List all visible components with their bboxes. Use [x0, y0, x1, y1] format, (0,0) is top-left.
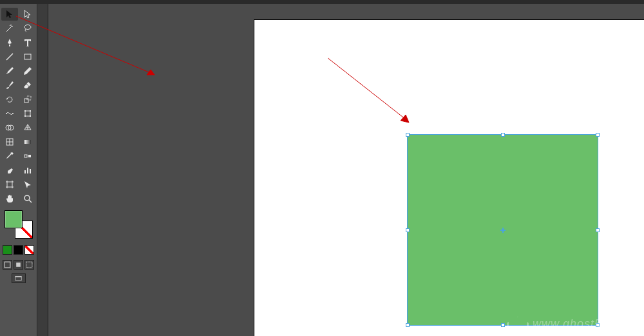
eyedropper-tool[interactable]: [1, 150, 18, 163]
pencil-tool[interactable]: [19, 64, 36, 77]
watermark-text: www.ghost580.net: [533, 317, 638, 331]
eraser-tool[interactable]: [19, 79, 36, 92]
workspace: [48, 4, 644, 336]
pen-tool[interactable]: [1, 36, 18, 49]
svg-rect-18: [7, 182, 12, 187]
svg-rect-7: [25, 111, 30, 116]
direct-selection-tool[interactable]: [19, 8, 36, 21]
selection-bounds: [407, 134, 598, 326]
screen-mode-button-row: [12, 273, 26, 283]
svg-rect-10: [24, 115, 26, 117]
handle-sw[interactable]: [406, 323, 410, 327]
center-mark: [501, 228, 505, 232]
svg-point-6: [12, 113, 14, 114]
svg-point-0: [24, 25, 31, 30]
svg-line-1: [6, 54, 13, 60]
blob-brush-tool[interactable]: [1, 79, 18, 92]
magic-wand-tool[interactable]: [1, 22, 18, 35]
fill-swatch[interactable]: [5, 210, 23, 228]
handle-e[interactable]: [596, 228, 600, 232]
selection-tool[interactable]: [1, 8, 18, 21]
svg-rect-11: [30, 115, 31, 117]
mesh-tool[interactable]: [1, 135, 18, 148]
scale-tool[interactable]: [19, 93, 36, 106]
watermark-logo-icon: [507, 315, 529, 332]
collapsed-panel-strip[interactable]: [37, 4, 48, 336]
handle-w[interactable]: [406, 228, 410, 232]
free-transform-tool[interactable]: [19, 107, 36, 120]
artboard[interactable]: [254, 20, 644, 336]
svg-rect-3: [24, 99, 28, 103]
svg-rect-17: [28, 155, 31, 157]
hand-tool[interactable]: [1, 192, 18, 205]
draw-inside[interactable]: [24, 260, 34, 270]
type-tool[interactable]: [19, 36, 36, 49]
draw-normal[interactable]: [3, 260, 12, 270]
zoom-tool[interactable]: [19, 192, 36, 205]
lasso-tool[interactable]: [19, 22, 36, 35]
svg-rect-16: [24, 155, 27, 157]
screen-mode-row: [3, 260, 34, 270]
rectangle-tool[interactable]: [19, 50, 36, 63]
watermark: www.ghost580.net: [507, 315, 638, 332]
svg-rect-8: [24, 110, 26, 112]
blend-tool[interactable]: [19, 150, 36, 163]
svg-rect-2: [24, 54, 31, 59]
handle-n[interactable]: [501, 133, 505, 137]
color-chip-solid[interactable]: [3, 245, 12, 255]
graph-tool[interactable]: [19, 164, 36, 177]
line-tool[interactable]: [1, 50, 18, 63]
paintbrush-tool[interactable]: [1, 64, 18, 77]
svg-point-19: [24, 195, 30, 201]
color-chip-gradient[interactable]: [14, 245, 23, 255]
handle-s[interactable]: [501, 323, 505, 327]
color-mode-row: [3, 245, 34, 255]
draw-behind[interactable]: [14, 260, 23, 270]
svg-rect-9: [30, 110, 31, 112]
handle-nw[interactable]: [406, 133, 410, 137]
svg-line-20: [29, 200, 32, 203]
svg-rect-21: [5, 262, 10, 268]
gradient-tool[interactable]: [19, 135, 36, 148]
fill-stroke-swatch[interactable]: [5, 210, 33, 239]
shape-builder-tool[interactable]: [1, 121, 18, 134]
color-chip-none[interactable]: [24, 245, 34, 255]
symbol-sprayer-tool[interactable]: [1, 164, 18, 177]
svg-rect-23: [26, 262, 32, 268]
rotate-tool[interactable]: [1, 93, 18, 106]
svg-rect-15: [24, 140, 31, 144]
toolbox: [0, 4, 37, 336]
slice-tool[interactable]: [19, 178, 36, 191]
width-tool[interactable]: [1, 107, 18, 120]
svg-rect-22: [16, 262, 21, 267]
svg-rect-25: [15, 276, 21, 277]
perspective-tool[interactable]: [19, 121, 36, 134]
handle-ne[interactable]: [596, 133, 600, 137]
svg-point-5: [6, 113, 7, 114]
screen-mode-button[interactable]: [12, 273, 26, 283]
artboard-tool[interactable]: [1, 178, 18, 191]
svg-rect-4: [27, 96, 31, 100]
